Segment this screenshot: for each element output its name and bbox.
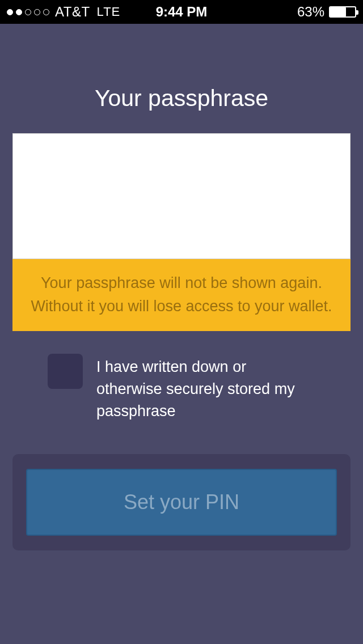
warning-line-2: Without it you will lose access to your … [23,295,340,318]
network-label: LTE [97,5,121,19]
signal-strength-icon [7,9,49,15]
status-right: 63% [297,4,356,20]
main-content: Your passphrase Your passphrase will not… [0,85,363,550]
passphrase-display [12,133,351,259]
confirm-row: I have written down or otherwise securel… [12,354,351,422]
confirm-checkbox[interactable] [48,354,83,389]
status-left: AT&T LTE [7,4,120,20]
clock-label: 9:44 PM [156,4,208,20]
carrier-label: AT&T [55,4,90,20]
cta-container: Set your PIN [12,454,351,550]
confirm-label: I have written down or otherwise securel… [96,354,315,422]
warning-line-1: Your passphrase will not be shown again. [23,272,340,295]
battery-icon [329,6,356,18]
set-pin-button[interactable]: Set your PIN [26,469,337,536]
battery-percent-label: 63% [297,4,324,20]
status-bar: AT&T LTE 9:44 PM 63% [0,0,363,24]
page-title: Your passphrase [12,85,351,112]
warning-banner: Your passphrase will not be shown again.… [12,259,351,331]
